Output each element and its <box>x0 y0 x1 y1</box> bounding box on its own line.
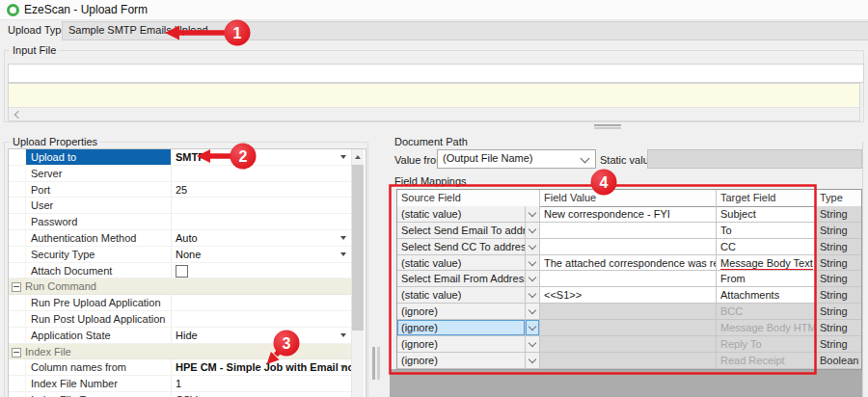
property-value-port[interactable]: 25 <box>172 182 351 198</box>
dropdown-arrow-icon[interactable] <box>340 333 346 337</box>
property-name-index-file-number[interactable]: Index File Number <box>26 376 172 391</box>
property-name-run-pre-upload-application[interactable]: Run Pre Upload Application <box>26 295 172 310</box>
field-mappings-table: Source Field Field Value Target Field Ty… <box>396 189 862 370</box>
mapping-source-cell-row3[interactable]: Select Send CC To address <box>397 239 526 255</box>
scrollbar-thumb[interactable] <box>352 165 364 331</box>
horizontal-splitter-grip[interactable] <box>594 124 621 130</box>
property-value-run-post-upload-application[interactable] <box>172 311 351 327</box>
chevron-down-icon <box>529 225 536 232</box>
mapping-source-cell-row10[interactable]: (ignore) <box>397 353 526 369</box>
mapping-source-dropdown-row6[interactable] <box>526 287 540 304</box>
mapping-source-dropdown-row10[interactable] <box>526 353 540 369</box>
upload-type-combo[interactable]: Sample SMTP Emails Upload <box>62 21 868 40</box>
mapping-value-cell-row2[interactable] <box>540 223 717 239</box>
attach-document-checkbox[interactable] <box>176 265 188 278</box>
property-name-attach-document[interactable]: Attach Document <box>26 263 172 278</box>
property-name-user[interactable]: User <box>26 198 172 213</box>
mapping-target-cell-row5[interactable]: From <box>717 271 816 287</box>
vertical-scrollbar[interactable] <box>351 149 364 397</box>
property-group-run-command[interactable]: Run Command <box>9 278 351 295</box>
property-value-server[interactable] <box>172 166 351 181</box>
mapping-value-cell-row1[interactable]: New correspondence - FYI <box>540 206 717 223</box>
callout-4-number: 4 <box>600 174 609 191</box>
property-name-application-state[interactable]: Application State <box>26 328 172 343</box>
value-from-combo[interactable]: (Output File Name) <box>437 149 596 169</box>
mapping-target-cell-row1[interactable]: Subject <box>717 206 816 223</box>
mapping-source-cell-row9[interactable]: (ignore) <box>397 336 526 353</box>
dropdown-arrow-icon[interactable] <box>340 236 346 240</box>
property-value-upload-to[interactable]: SMTP <box>172 149 351 165</box>
mapping-value-cell-row3[interactable] <box>540 239 717 255</box>
mapping-source-cell-row4[interactable]: (static value) <box>397 255 526 272</box>
property-group-index-file[interactable]: Index File <box>9 344 351 360</box>
mapping-source-dropdown-row9[interactable] <box>526 336 540 353</box>
mapping-type-cell-row8: String <box>816 320 861 336</box>
collapse-icon[interactable] <box>12 348 21 357</box>
property-name-run-post-upload-application[interactable]: Run Post Upload Application <box>26 311 172 327</box>
property-row-margin <box>9 359 26 375</box>
horizontal-scrollbar[interactable] <box>9 107 859 120</box>
mapping-source-dropdown-row3[interactable] <box>526 239 540 255</box>
mapping-target-cell-row6[interactable]: Attachments <box>717 287 816 304</box>
mapping-value-cell-row4[interactable]: The attached correspondence was rec... <box>540 255 717 272</box>
property-value-attach-document[interactable] <box>172 263 351 278</box>
mapping-source-cell-row5[interactable]: Select Email From Address <box>397 271 526 287</box>
mapping-source-cell-row6[interactable]: (static value) <box>397 287 526 304</box>
mapping-value-cell-row6[interactable]: <<S1>> <box>540 287 717 304</box>
property-row-margin <box>9 214 26 229</box>
annotation-underline: Message Body Text <box>720 257 813 271</box>
mapping-target-cell-row4[interactable]: Message Body Text <box>717 255 816 272</box>
property-value-run-pre-upload-application[interactable] <box>172 295 351 310</box>
mapping-source-cell-row2[interactable]: Select Send Email To address <box>397 223 526 239</box>
mapping-value-cell-row9[interactable] <box>540 336 717 353</box>
mapping-value-cell-row5[interactable] <box>540 271 717 287</box>
property-name-password[interactable]: Password <box>26 214 172 229</box>
property-name-authentication-method[interactable]: Authentication Method <box>26 230 172 246</box>
mapping-source-dropdown-row5[interactable] <box>526 271 540 287</box>
mapping-source-dropdown-row8[interactable] <box>526 320 540 336</box>
property-value-user[interactable] <box>172 198 351 213</box>
property-row-margin <box>9 263 26 278</box>
mapping-target-cell-row10[interactable]: Read Receipt <box>717 353 816 369</box>
mapping-source-dropdown-row4[interactable] <box>526 255 540 272</box>
property-value-column-names-from[interactable]: HPE CM - Simple Job with Email notifi... <box>172 359 351 375</box>
property-name-upload-to[interactable]: Upload to <box>26 149 172 165</box>
dropdown-arrow-icon[interactable] <box>340 252 346 256</box>
mapping-value-cell-row8[interactable] <box>540 320 717 336</box>
scroll-up-icon[interactable] <box>355 155 361 159</box>
mapping-value-cell-row10[interactable] <box>540 353 717 369</box>
property-name-column-names-from[interactable]: Column names from <box>26 359 172 375</box>
dropdown-arrow-icon[interactable] <box>340 155 346 159</box>
input-file-list[interactable] <box>8 83 860 121</box>
property-value-authentication-method[interactable]: Auto <box>172 230 351 246</box>
dropdown-arrow-icon[interactable] <box>340 365 346 369</box>
mapping-source-cell-row8[interactable]: (ignore) <box>397 320 526 336</box>
mapping-target-cell-row2[interactable]: To <box>717 223 816 239</box>
property-value-security-type[interactable]: None <box>172 247 351 262</box>
scroll-left-icon[interactable] <box>14 111 22 119</box>
vertical-splitter-grip[interactable] <box>372 347 381 380</box>
mapping-target-cell-row3[interactable]: CC <box>717 239 816 255</box>
mapping-target-cell-row8[interactable]: Message Body HTML <box>717 320 816 336</box>
property-name-server[interactable]: Server <box>26 166 172 181</box>
property-value-index-file-number[interactable]: 1 <box>172 376 351 391</box>
property-value-application-state[interactable]: Hide <box>172 328 351 343</box>
input-file-path-input[interactable] <box>8 64 864 83</box>
property-value-password[interactable] <box>172 214 351 229</box>
property-name-index-file-type[interactable]: Index File Type <box>26 392 172 397</box>
property-row-security-type: Security TypeNone <box>9 247 351 263</box>
property-value-index-file-type[interactable]: CSV <box>172 392 351 397</box>
mapping-value-cell-row7[interactable] <box>540 304 717 320</box>
mapping-source-dropdown-row2[interactable] <box>526 223 540 239</box>
mapping-target-cell-row9[interactable]: Reply To <box>717 336 816 353</box>
mapping-source-dropdown-row1[interactable] <box>526 206 540 223</box>
property-name-security-type[interactable]: Security Type <box>26 247 172 262</box>
mapping-source-cell-row7[interactable]: (ignore) <box>397 304 526 320</box>
chevron-down-icon <box>529 339 536 347</box>
value-from-selected: (Output File Name) <box>443 152 533 164</box>
mapping-target-cell-row7[interactable]: BCC <box>717 304 816 320</box>
mapping-source-cell-row1[interactable]: (static value) <box>397 206 526 223</box>
property-name-port[interactable]: Port <box>26 182 172 198</box>
mapping-source-dropdown-row7[interactable] <box>526 304 540 320</box>
collapse-icon[interactable] <box>12 282 21 292</box>
